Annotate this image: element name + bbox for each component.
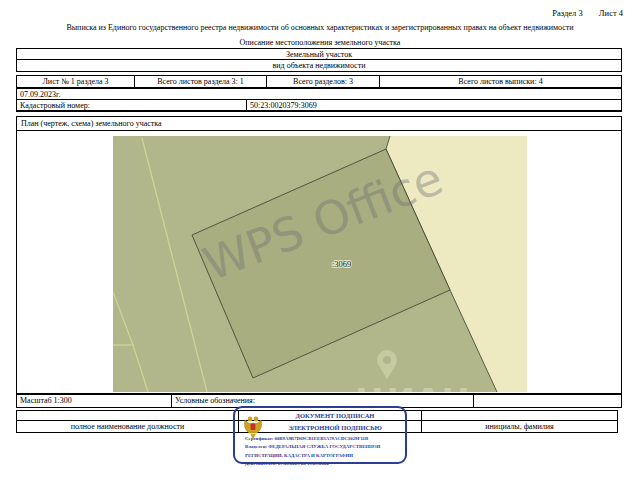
- sign-empty-1: [17, 411, 238, 421]
- object-type-table: Земельный участок вид объекта недвижимос…: [16, 48, 622, 72]
- legend-empty-cell: [473, 395, 621, 407]
- map-pin-icon: [377, 350, 397, 379]
- sheet-no-cell: Лист № 1 раздела 3: [17, 76, 134, 87]
- map-pin-watermark-text: ЦИАН: [355, 381, 470, 392]
- stamp-line-2: ЭЛЕКТРОННОЙ ПОДПИСЬЮ: [267, 423, 403, 434]
- stamp-owner-line-1: Владелец: ФЕДЕРАЛЬНАЯ СЛУЖБА ГОСУДАРСТВЕ…: [245, 444, 401, 450]
- sign-empty-3: [421, 411, 617, 421]
- sheets-info-table: Лист № 1 раздела 3 Всего листов раздела …: [16, 75, 622, 88]
- map-drawing: ЦИАН :3069: [113, 136, 527, 392]
- cadastral-number-label: Кадастровый номер:: [17, 100, 246, 111]
- page-header-meta: Раздел 3 Лист 4: [538, 8, 623, 18]
- total-sections-cell: Всего разделов: 3: [266, 76, 379, 87]
- initials-label: инициалы, фамилия: [421, 421, 617, 432]
- cadastral-map: ЦИАН :3069 WPS Office: [113, 136, 527, 392]
- date-cadastral-table: 07.09.2023г. Кадастровый номер: 50:23:00…: [16, 88, 622, 112]
- total-sheets-extract-cell: Всего листов выписки: 4: [379, 76, 621, 87]
- digital-signature-stamp: ДОКУМЕНТ ПОДПИСАН ЭЛЕКТРОННОЙ ПОДПИСЬЮ С…: [233, 406, 407, 464]
- section-number: Раздел 3: [552, 8, 582, 18]
- plot-number-label: :3069: [332, 259, 351, 269]
- plan-title-row: План (чертеж, схема) земельного участка: [16, 116, 622, 131]
- cadastral-line-1: [142, 138, 207, 392]
- cadastral-number-value: 50:23:0020379:3069: [246, 100, 621, 111]
- document-subtitle: Описание местоположения земельного участ…: [0, 38, 640, 47]
- stamp-certificate: Сертификат: 00B9A9B7D69CB1EEB3A79ACDC302…: [245, 436, 401, 442]
- document-title: Выписка из Единого государственного реес…: [0, 23, 640, 32]
- rosreestr-eagle-emblem-icon: [243, 413, 263, 443]
- object-kind-label: вид объекта недвижимости: [17, 60, 621, 71]
- scale-label: Масштаб 1:300: [17, 395, 171, 407]
- plan-title: План (чертеж, схема) земельного участка: [17, 117, 621, 130]
- plan-map-frame: ЦИАН :3069 WPS Office: [16, 130, 622, 394]
- stamp-line-1: ДОКУМЕНТ ПОДПИСАН: [267, 411, 403, 422]
- extract-date: 07.09.2023г.: [17, 89, 621, 100]
- egrn-extract-document: Раздел 3 Лист 4 Выписка из Единого госуд…: [0, 0, 640, 480]
- stamp-owner-line-2: РЕГИСТРАЦИИ, КАДАСТРА И КАРТОГРАФИИ: [245, 453, 401, 459]
- position-label: полное наименование должности: [17, 421, 238, 432]
- total-sheets-section-cell: Всего листов раздела 3: 1: [134, 76, 266, 87]
- object-name: Земельный участок: [17, 49, 621, 60]
- stamp-validity: Действителен: 27.06.2023 по 19.09.2024: [245, 461, 401, 467]
- cadastral-line-2: [113, 292, 148, 392]
- sheet-number: Лист 4: [599, 8, 623, 18]
